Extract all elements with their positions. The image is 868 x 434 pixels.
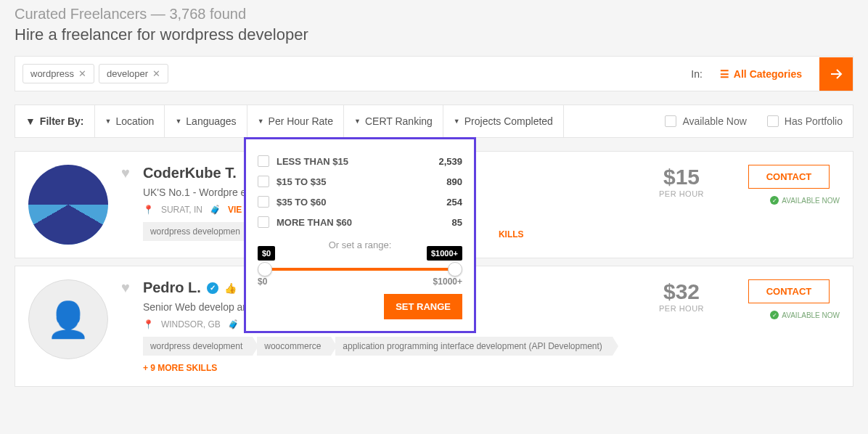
filter-has-portfolio[interactable]: Has Portfolio <box>757 105 853 137</box>
rate-option[interactable]: LESS THAN $15 2,539 <box>258 151 462 171</box>
slider-min-range: $0 <box>258 277 267 287</box>
in-label: In: <box>691 68 703 80</box>
set-range-button[interactable]: SET RANGE <box>384 294 462 319</box>
checkbox-icon <box>767 115 779 127</box>
rate-option[interactable]: $35 TO $60 254 <box>258 192 462 212</box>
skill-tag[interactable]: woocommerce <box>257 337 331 356</box>
page-header: Curated Freelancers — 3,768 found Hire a… <box>15 0 853 56</box>
available-badge: ✓ AVAILABLE NOW <box>738 311 840 319</box>
slider-max-range: $1000+ <box>433 277 462 287</box>
remove-tag-icon[interactable]: ✕ <box>152 68 160 79</box>
briefcase-icon: 🧳 <box>210 205 221 215</box>
header-title: Curated Freelancers — <box>15 6 165 22</box>
check-icon: ✓ <box>770 196 779 205</box>
more-skills-link[interactable]: KILLS <box>499 229 524 241</box>
caret-down-icon: ▼ <box>354 118 361 125</box>
thumbs-up-icon: 👍 <box>224 282 237 294</box>
search-button[interactable] <box>819 57 853 91</box>
filter-location[interactable]: ▼Location <box>95 105 165 137</box>
rate-unit: PER HOUR <box>638 189 725 198</box>
checkbox-icon <box>258 155 269 167</box>
categories-link[interactable]: ☰ All Categories <box>710 68 812 80</box>
filter-available-now[interactable]: Available Now <box>655 105 756 137</box>
rate-unit: PER HOUR <box>638 304 725 313</box>
check-icon: ✓ <box>770 311 779 319</box>
rate-option[interactable]: $15 TO $35 890 <box>258 171 462 192</box>
available-badge: ✓ AVAILABLE NOW <box>738 196 840 205</box>
result-count: 3,768 found <box>169 6 246 22</box>
checkbox-icon <box>258 196 269 208</box>
more-skills-link[interactable]: + 9 MORE SKILLS <box>143 363 217 373</box>
caret-down-icon: ▼ <box>105 118 112 125</box>
favorite-icon[interactable]: ♥ <box>121 279 130 373</box>
skill-tag[interactable]: application programming interface develo… <box>335 337 613 356</box>
search-tag-wordpress[interactable]: wordpress ✕ <box>22 64 94 83</box>
freelancer-location: WINDSOR, GB <box>161 319 221 329</box>
caret-down-icon: ▼ <box>175 118 181 125</box>
remove-tag-icon[interactable]: ✕ <box>78 68 86 79</box>
slider-handle-max[interactable] <box>448 262 462 277</box>
avatar[interactable]: 👤 <box>28 279 108 359</box>
funnel-icon: ▼ <box>25 115 36 127</box>
avatar[interactable] <box>28 165 108 245</box>
caret-down-icon: ▼ <box>454 118 460 125</box>
arrow-right-icon <box>827 65 845 83</box>
slider-handle-min[interactable] <box>258 262 272 277</box>
skill-tag[interactable]: wordpress development <box>143 337 253 356</box>
filter-projects-completed[interactable]: ▼Projects Completed <box>443 105 564 137</box>
filter-languages[interactable]: ▼Languages <box>165 105 247 137</box>
search-tag-developer[interactable]: developer ✕ <box>99 64 168 83</box>
hourly-rate: $32 <box>638 279 725 304</box>
rate-option[interactable]: MORE THAN $60 85 <box>258 212 462 232</box>
rate-slider[interactable]: $0 $1000+ <box>261 268 459 271</box>
checkbox-icon <box>258 176 269 187</box>
briefcase-icon: 🧳 <box>228 319 239 329</box>
view-link[interactable]: VIE <box>228 205 242 215</box>
freelancer-location: SURAT, IN <box>161 205 202 215</box>
slider-min-label: $0 <box>258 246 275 261</box>
filter-by-label: ▼ Filter By: <box>15 105 95 137</box>
header-subtitle: Hire a freelancer for wordpress develope… <box>15 25 853 44</box>
per-hour-rate-dropdown: LESS THAN $15 2,539 $15 TO $35 890 $35 T… <box>244 137 476 333</box>
checkbox-icon <box>258 216 269 228</box>
caret-down-icon: ▼ <box>258 118 264 125</box>
location-pin-icon: 📍 <box>143 205 154 215</box>
filter-bar: ▼ Filter By: ▼Location ▼Languages ▼Per H… <box>15 105 853 138</box>
slider-max-label: $1000+ <box>427 246 462 261</box>
location-pin-icon: 📍 <box>143 319 154 329</box>
filter-cert-ranking[interactable]: ▼CERT Ranking <box>344 105 443 137</box>
search-bar: wordpress ✕ developer ✕ In: ☰ All Catego… <box>15 56 853 91</box>
list-icon: ☰ <box>720 68 729 80</box>
checkbox-icon <box>665 115 676 127</box>
skill-tag[interactable]: wordpress developmen <box>143 222 250 241</box>
verified-icon: ✓ <box>207 282 218 294</box>
contact-button[interactable]: CONTACT <box>748 279 830 303</box>
hourly-rate: $15 <box>638 165 725 189</box>
filter-per-hour-rate[interactable]: ▼Per Hour Rate <box>247 105 344 137</box>
contact-button[interactable]: CONTACT <box>748 165 830 189</box>
favorite-icon[interactable]: ♥ <box>121 165 130 245</box>
